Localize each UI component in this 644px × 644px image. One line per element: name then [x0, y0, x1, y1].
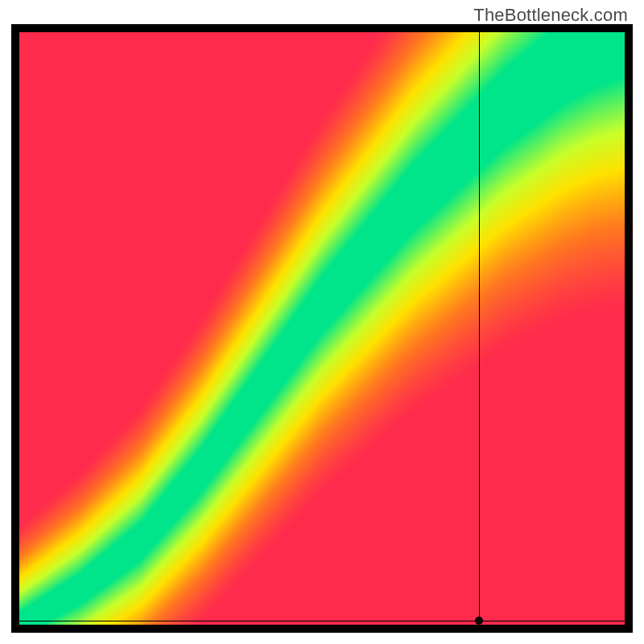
heatmap-canvas [19, 32, 625, 625]
plot-frame [11, 24, 633, 633]
marker-dot [475, 617, 483, 625]
crosshair-vertical [479, 32, 480, 625]
watermark-text: TheBottleneck.com [473, 5, 628, 26]
plot-area [19, 32, 625, 625]
crosshair-horizontal [19, 621, 625, 621]
